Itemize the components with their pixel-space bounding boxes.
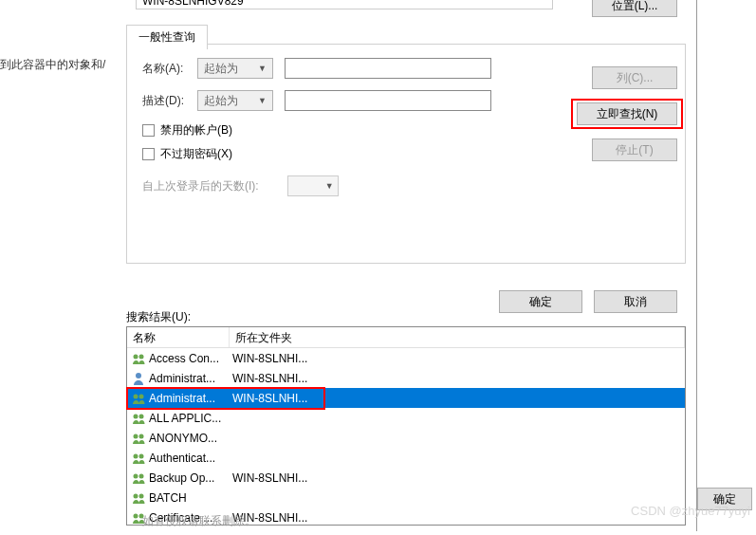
- col-folder[interactable]: 所在文件夹: [230, 327, 685, 347]
- chevron-down-icon: ▼: [325, 181, 334, 191]
- stop-button[interactable]: 停止(T): [592, 138, 677, 161]
- row-name: Administrat...: [149, 372, 230, 385]
- name-match-select[interactable]: 起始为 ▼: [197, 58, 273, 79]
- svg-point-13: [134, 453, 138, 458]
- svg-point-9: [134, 414, 138, 418]
- table-row[interactable]: Backup Op...WIN-8SLNHI...: [127, 468, 685, 488]
- checkbox-disabled-label: 禁用的帐户(B): [160, 122, 232, 138]
- svg-point-12: [139, 434, 144, 438]
- svg-point-15: [134, 473, 138, 478]
- user-icon: [131, 371, 146, 386]
- row-name: BATCH: [149, 491, 230, 505]
- row-name: Administrat...: [149, 392, 230, 405]
- table-row[interactable]: ANONYMO...: [127, 428, 685, 448]
- desc-match-value: 起始为: [204, 93, 238, 109]
- row-folder: WIN-8SLNHI...: [230, 372, 685, 385]
- svg-point-16: [139, 473, 144, 478]
- location-field[interactable]: WIN-8SLNHIGV829: [136, 0, 553, 9]
- row-name: Authenticat...: [149, 452, 230, 465]
- svg-point-17: [134, 493, 138, 498]
- bottom-hint: 如有侵权请联系删除。: [142, 513, 256, 529]
- columns-button[interactable]: 列(C)...: [592, 66, 677, 89]
- row-name: ANONYMO...: [149, 432, 230, 445]
- watermark: CSDN @zhyue77yuyi: [631, 504, 750, 518]
- desc-match-select[interactable]: 起始为 ▼: [197, 90, 273, 111]
- results-label: 搜索结果(U):: [126, 309, 191, 325]
- table-row[interactable]: BATCH: [127, 488, 685, 507]
- group-icon: [131, 451, 146, 466]
- table-row[interactable]: Administrat...WIN-8SLNHI...: [127, 388, 685, 408]
- chevron-down-icon: ▼: [258, 96, 267, 105]
- desc-label: 描述(D):: [142, 93, 197, 109]
- group-icon: [131, 351, 146, 366]
- results-grid: 名称 所在文件夹 Access Con...WIN-8SLNHI...Admin…: [126, 326, 686, 526]
- table-row[interactable]: Administrat...WIN-8SLNHI...: [127, 368, 685, 388]
- row-folder: WIN-8SLNHI...: [230, 471, 685, 485]
- table-row[interactable]: Access Con...WIN-8SLNHI...: [127, 348, 685, 368]
- chevron-down-icon: ▼: [258, 64, 267, 73]
- svg-point-10: [139, 414, 144, 418]
- group-icon: [131, 391, 146, 406]
- find-dialog: WIN-8SLNHIGV829 位置(L)... 一般性查询 名称(A): 起始…: [117, 0, 697, 531]
- ok-button[interactable]: 确定: [499, 290, 582, 313]
- grid-header: 名称 所在文件夹: [127, 327, 685, 348]
- svg-point-14: [139, 453, 144, 458]
- row-folder: WIN-8SLNHI...: [230, 392, 685, 405]
- tab-general-query[interactable]: 一般性查询: [126, 25, 208, 49]
- days-label: 自上次登录后的天数(I):: [142, 178, 259, 194]
- name-label: 名称(A):: [142, 61, 197, 77]
- name-input[interactable]: [285, 58, 491, 79]
- col-name[interactable]: 名称: [127, 327, 230, 347]
- name-match-value: 起始为: [204, 61, 238, 77]
- group-icon: [131, 490, 146, 506]
- svg-point-19: [134, 513, 138, 518]
- days-spinner: ▼: [287, 175, 339, 196]
- cancel-button[interactable]: 取消: [594, 290, 677, 313]
- row-name: ALL APPLIC...: [149, 412, 230, 425]
- group-icon: [131, 411, 146, 426]
- noexpire-row[interactable]: 不过期密码(X): [142, 146, 670, 162]
- checkbox-noexpire-label: 不过期密码(X): [160, 146, 232, 162]
- desc-input[interactable]: [285, 90, 491, 111]
- name-row: 名称(A): 起始为 ▼: [142, 58, 670, 79]
- days-row: 自上次登录后的天数(I): ▼: [142, 175, 670, 196]
- svg-point-8: [139, 394, 144, 398]
- group-icon: [131, 431, 146, 446]
- checkbox-disabled[interactable]: [142, 124, 155, 137]
- svg-point-5: [139, 354, 144, 359]
- row-folder: WIN-8SLNHI...: [230, 352, 685, 365]
- svg-point-4: [134, 354, 138, 359]
- svg-point-7: [134, 394, 138, 398]
- table-row[interactable]: ALL APPLIC...: [127, 408, 685, 428]
- row-name: Backup Op...: [149, 471, 230, 485]
- row-name: Access Con...: [149, 352, 230, 365]
- grid-body[interactable]: Access Con...WIN-8SLNHI...Administrat...…: [127, 348, 685, 525]
- svg-point-11: [134, 434, 138, 438]
- background-text: 到此容器中的对象和/: [0, 57, 105, 73]
- find-now-button[interactable]: 立即查找(N): [577, 102, 677, 125]
- svg-point-18: [139, 493, 144, 498]
- row-folder: WIN-8SLNHI...: [230, 511, 685, 525]
- table-row[interactable]: Authenticat...: [127, 448, 685, 468]
- checkbox-noexpire[interactable]: [142, 148, 155, 160]
- svg-point-6: [136, 373, 141, 378]
- group-icon: [131, 470, 146, 486]
- location-button[interactable]: 位置(L)...: [592, 0, 677, 17]
